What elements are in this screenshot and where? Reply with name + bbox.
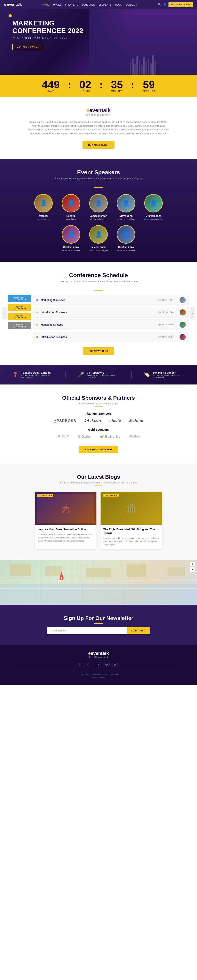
search-icon[interactable]: 🔍: [158, 3, 161, 6]
nav-item-contact[interactable]: CONTACT: [126, 3, 137, 6]
nav-item-elements[interactable]: ELEMENTS: [98, 3, 111, 6]
schedule-next-button[interactable]: ›: [190, 307, 195, 320]
hero-date-location: 📍 17 - 25 October 2022 | Tobacco Dock, L…: [12, 37, 98, 40]
speaker-avatar-cristian2: 👤: [62, 225, 80, 243]
hero-decoration-triangle: [8, 13, 13, 18]
map-zoom-out-button[interactable]: −: [190, 567, 195, 572]
blog-card-title-1: Improve Your Event Promotion Online: [38, 528, 94, 531]
nav-item-speakers[interactable]: SPEAKERS: [65, 3, 78, 6]
clock-icon-2: 🕐: [158, 311, 160, 313]
social-linkedin-icon[interactable]: in: [95, 662, 102, 667]
navbar-logo[interactable]: eeventalk: [4, 2, 22, 7]
blog-subtitle: Start Customization: Simpl Aurelia Algan…: [12, 481, 185, 484]
speaker-name-cristian2: Cristian Zozo: [60, 246, 82, 248]
crowd-visual: [89, 9, 197, 75]
speaker-avatar-james: 👤: [89, 194, 108, 212]
footer-copyright: Copyright © 2022 eventalk. All Rights Re…: [16, 670, 181, 675]
schedule-day-marketing2[interactable]: Marketing 1st Dec 2019: [8, 313, 31, 320]
speakers-section: Event Speakers Lorem Ipsum Dolor Sit Ame…: [0, 159, 197, 262]
social-youtube-icon[interactable]: yt: [112, 662, 118, 667]
subscribe-button[interactable]: SUBSCRIBE: [127, 627, 150, 634]
footer-theme-note: Explore Theme: [16, 676, 181, 679]
sponsor-butterfly: 🦋 Butterfly: [100, 434, 121, 439]
nav-item-blog[interactable]: BLOG: [115, 3, 122, 6]
nav-item-home[interactable]: HOME: [43, 3, 50, 6]
speaker-card-micheal[interactable]: 👤 Micheal Marking Mager: [32, 194, 55, 220]
social-googleplus-icon[interactable]: g+: [104, 662, 110, 667]
footer-social: f t in g+ yt: [16, 662, 181, 667]
speaker-card-cristian2[interactable]: 👤 Cristian Zozo Senior Visual Designer: [60, 225, 82, 251]
countdown-seconds-value: 59: [143, 79, 155, 90]
sponsor-waltex: Waltex: [129, 434, 140, 438]
about-logo-e: e: [86, 107, 89, 113]
event-name-4: Introduction Business: [41, 336, 155, 339]
location-pin-icon: 📍: [12, 37, 15, 40]
countdown-bar: 449 Days : 02 Hours : 35 Minutes : 59 Se…: [0, 75, 197, 97]
nav-item-schedule[interactable]: SCHEDULE: [82, 3, 95, 6]
speaker-name-steve: Steve John: [115, 215, 137, 217]
sponsor-jackson: JAckson: [84, 418, 101, 423]
social-facebook-icon[interactable]: f: [79, 662, 85, 667]
svg-rect-0: [0, 584, 197, 605]
blog-yellow-bar: [94, 485, 103, 486]
blog-grid: 21st June 2019 🎪 Improve Your Event Prom…: [12, 492, 185, 549]
schedule-prev-button[interactable]: ‹: [2, 307, 7, 320]
schedule-event-3: Marketing Strategy 🕐 00:30 - 02:00: [33, 320, 189, 330]
about-buy-ticket-button[interactable]: BUY YOUR TICKET: [83, 141, 114, 149]
nav-item-pages[interactable]: PAGES: [53, 3, 62, 6]
blog-card-img-2: 21st June 2019 🏛️: [100, 492, 162, 525]
buy-ticket-nav-button[interactable]: BUY YOUR TICKET: [168, 2, 193, 7]
about-tagline: Event Management: [16, 113, 181, 116]
clock-icon-3: 🕐: [158, 323, 160, 326]
schedule-event-1: Marketing Workshop 🕐 08:30 - 10:00: [33, 295, 189, 305]
user-icon[interactable]: 👤: [163, 3, 167, 6]
event-dot-4: [37, 336, 38, 338]
schedule-event-4: Introduction Business 🕐 00:00 - 01:00: [33, 332, 189, 342]
schedule-yellow-bar: [94, 290, 103, 291]
countdown-seconds: 59 Seconds: [134, 79, 164, 92]
speaker-card-steve[interactable]: 👤 Steve John Senior Visual Designer: [115, 194, 137, 220]
sponsors-subtitle: Cheer Who Makes Our Event Provider: [16, 402, 181, 405]
speaker-role-cristian2: Senior Visual Designer: [60, 250, 82, 251]
schedule-table: Workshop - 11 1st Dec 2019 Marketing 1st…: [8, 295, 189, 342]
event-time-2: 🕐 10:30 - 12:00: [158, 311, 177, 313]
speaker-card-james[interactable]: 👤 James Morgan Talkto Visual Designer: [87, 194, 110, 220]
speaker-role-cristian1: Senior Event Designer: [142, 218, 165, 220]
blog-date-2: 21st June 2019: [103, 494, 119, 497]
speaker-card-cristian3[interactable]: 👤 Cristian Zozo Senior Visual Designer: [115, 225, 137, 251]
svg-rect-10: [127, 564, 146, 577]
blog-card-text-1: Lorem Ipsum dolor sit amet, consect adip…: [38, 533, 94, 543]
newsletter-title: Sign Up For Our Newsletter: [16, 615, 181, 621]
schedule-buy-ticket-button[interactable]: BUY NOW TICKET: [83, 347, 114, 355]
schedule-sidebar: Workshop - 11 1st Dec 2019 Marketing 1st…: [8, 295, 31, 342]
map-zoom-in-button[interactable]: +: [190, 562, 195, 566]
speakers-subtitle: Lorem Ipsum Dolor Sit Amet Consect Labor…: [12, 177, 185, 180]
become-sponsor-button[interactable]: BECOME A SPONSOR: [79, 446, 118, 453]
hero-buy-ticket-button[interactable]: BUY YOUR TICKET: [12, 44, 43, 50]
schedule-rows: Marketing Workshop 🕐 08:30 - 10:00 Intro…: [33, 295, 189, 342]
newsletter-email-input[interactable]: [47, 627, 127, 634]
platinum-sponsors-title: Platinum Sponsors: [16, 412, 181, 415]
event-name-1: Marketing Workshop: [41, 299, 155, 302]
blog-card-body-1: Improve Your Event Promotion Online Lore…: [35, 525, 97, 546]
sponsor-mahind: Mahind: [129, 418, 143, 423]
footer-logo: eeventalk Event Management: [16, 651, 181, 658]
speaker-card-rosario[interactable]: 👤 Rosario Marked Maid: [60, 194, 82, 220]
schedule-day-marketing1[interactable]: Marketing 1st Dec 2019: [8, 304, 31, 311]
speakers-title: Event Speakers: [12, 169, 185, 176]
schedule-day-complex[interactable]: Complex 1st Dec 2019: [8, 322, 31, 329]
blog-card-body-2: The Right Event Mark Will Bring You The …: [100, 525, 162, 549]
social-twitter-icon[interactable]: t: [87, 662, 93, 667]
map-controls: + −: [190, 562, 195, 572]
blog-card-2[interactable]: 21st June 2019 🏛️ The Right Event Mark W…: [100, 492, 162, 549]
countdown-hours-label: Hours: [79, 90, 91, 92]
footer: eeventalk Event Management f t in g+ yt …: [0, 644, 197, 685]
blog-card-1[interactable]: 21st June 2019 🎪 Improve Your Event Prom…: [35, 492, 97, 549]
speaker-card-michel[interactable]: 👤 Michel Zozo Senior Visual Designer: [87, 225, 110, 251]
hero-title: MARKETING CONFERENCEE 2022: [12, 19, 98, 35]
schedule-day-workshop[interactable]: Workshop - 11 1st Dec 2019: [8, 295, 31, 302]
footer-logo-text: eventalk: [91, 651, 109, 656]
speaker-card-cristian1[interactable]: 👤 Cristian Zozo Senior Event Designer: [142, 194, 165, 220]
speaker-avatar-cristian1: 👤: [144, 194, 163, 212]
speaker-role-steve: Senior Visual Designer: [115, 218, 137, 220]
